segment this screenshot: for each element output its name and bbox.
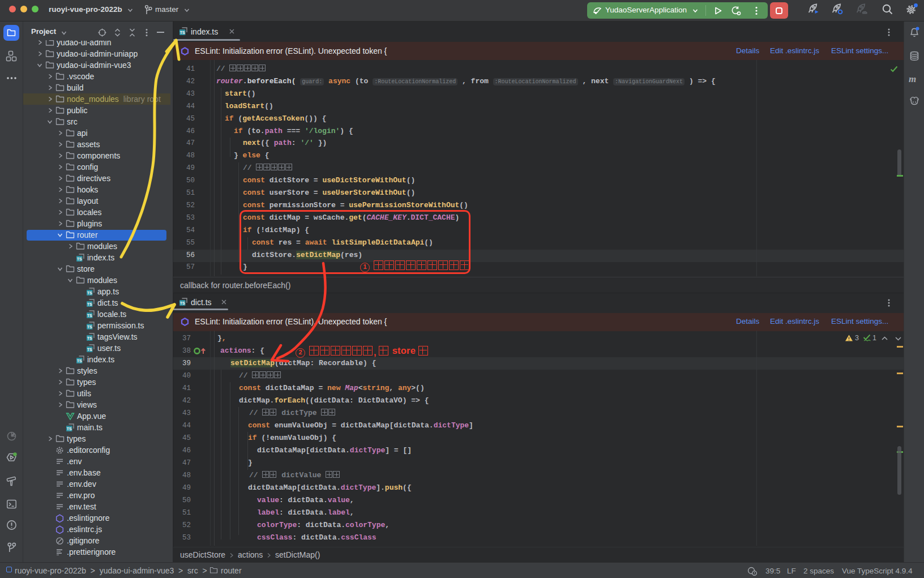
svg-text:TS: TS <box>87 336 92 340</box>
svg-text:TS: TS <box>87 348 92 352</box>
svg-text:TS: TS <box>87 302 92 306</box>
svg-text:TS: TS <box>180 31 185 35</box>
svg-text:TS: TS <box>67 427 72 431</box>
svg-text:TS: TS <box>87 325 92 329</box>
svg-text:TS: TS <box>87 291 92 295</box>
svg-text:TS: TS <box>87 314 92 318</box>
svg-text:TS: TS <box>180 301 185 305</box>
svg-text:TS: TS <box>77 359 82 363</box>
svg-text:TS: TS <box>77 257 82 261</box>
